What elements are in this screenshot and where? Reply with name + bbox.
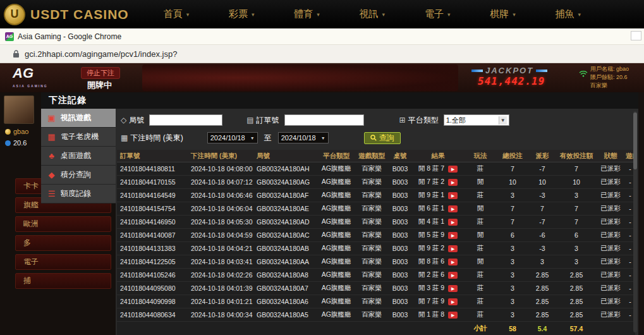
date-from-value: 2024/10/18 bbox=[210, 134, 245, 142]
sidebar-item[interactable]: ▦電子老虎機 bbox=[41, 128, 116, 147]
nav-item-3[interactable]: 體育▾ bbox=[294, 8, 320, 20]
cell-order: 241018044090998 bbox=[117, 295, 188, 308]
cell-round: GB00324A180AC bbox=[253, 229, 317, 242]
sum-bet: 58 bbox=[497, 322, 528, 335]
cell-game: 百家樂 bbox=[356, 282, 387, 295]
replay-icon[interactable]: ▶ bbox=[448, 219, 458, 226]
sidebar-item[interactable]: ▣視訊遊戲 bbox=[41, 109, 116, 128]
nav-item-2[interactable]: 彩票▾ bbox=[229, 8, 255, 20]
cell-time: 2024-10-18 04:05:30 bbox=[188, 216, 253, 229]
sidebar-item[interactable]: ♣桌面遊戲 bbox=[41, 147, 116, 166]
replay-icon[interactable]: ▶ bbox=[448, 245, 458, 252]
replay-icon[interactable]: ▶ bbox=[448, 232, 458, 239]
window-control-button[interactable] bbox=[631, 31, 641, 40]
lobby-banner bbox=[142, 64, 458, 91]
cell-bet: 3 bbox=[497, 282, 528, 295]
cell-valid: 2.85 bbox=[557, 295, 596, 308]
nav-item-label: 捕魚 bbox=[555, 8, 574, 20]
lobby-nav-item[interactable]: 多 bbox=[15, 235, 111, 251]
modal-scrollbar[interactable] bbox=[633, 111, 637, 332]
cell-time: 2024-10-18 04:01:21 bbox=[188, 295, 253, 308]
lock-icon bbox=[13, 50, 20, 58]
replay-icon[interactable]: ▶ bbox=[448, 192, 458, 199]
cell-round: GB00324A180AB bbox=[253, 242, 317, 255]
cell-bet: 3 bbox=[497, 255, 528, 269]
sidebar-item-label: 視訊遊戲 bbox=[61, 113, 91, 123]
round-input[interactable] bbox=[149, 114, 222, 126]
date-from-picker[interactable]: 2024/10/18 ▼ bbox=[207, 132, 258, 143]
sum-payout: 5.4 bbox=[528, 322, 557, 335]
avatar[interactable] bbox=[4, 95, 34, 124]
cell-payout: 10 bbox=[528, 176, 557, 189]
nav-item-label: 首頁 bbox=[164, 8, 183, 20]
cell-platform: AG旗艦廳 bbox=[317, 269, 356, 282]
status-badge: 已派彩 bbox=[596, 242, 625, 255]
cell-game: 百家樂 bbox=[356, 189, 387, 202]
chevron-down-icon: ▾ bbox=[578, 11, 581, 18]
to-label: 至 bbox=[264, 133, 272, 143]
slot-machine-icon: ▦ bbox=[47, 132, 56, 142]
cell-bet: 7 bbox=[497, 162, 528, 176]
sidebar-item-label: 桌面遊戲 bbox=[61, 150, 91, 161]
lobby-nav-item[interactable]: 捕 bbox=[15, 273, 111, 289]
replay-icon[interactable]: ▶ bbox=[448, 166, 458, 173]
cell-result: 閒 7 莊 9▶ bbox=[413, 295, 463, 308]
ag-favicon-icon: AG bbox=[5, 32, 14, 41]
cell-table: B003 bbox=[387, 216, 413, 229]
sum-empty bbox=[253, 322, 317, 335]
scrollbar-thumb[interactable] bbox=[633, 113, 637, 169]
replay-icon[interactable]: ▶ bbox=[448, 272, 458, 279]
cell-bet: 3 bbox=[497, 189, 528, 202]
replay-icon[interactable]: ▶ bbox=[448, 259, 458, 265]
cell-valid: 3 bbox=[557, 242, 596, 255]
cell-round: GB00324A180AF bbox=[253, 189, 317, 202]
column-header: 狀態 bbox=[596, 150, 625, 162]
replay-icon[interactable]: ▶ bbox=[448, 285, 458, 292]
nav-item-1[interactable]: 首頁▾ bbox=[164, 8, 190, 20]
user-info-line: 百家樂 bbox=[590, 82, 629, 90]
lobby-nav-item[interactable]: 歐洲 bbox=[15, 216, 111, 232]
nav-item-6[interactable]: 棋牌▾ bbox=[490, 8, 516, 20]
order-input[interactable] bbox=[284, 114, 364, 126]
cell-payout: -7 bbox=[528, 216, 557, 229]
address-bar[interactable]: gci.2hhapi.com/agingame/pcv1/index.jsp? bbox=[0, 45, 644, 63]
replay-icon[interactable]: ▶ bbox=[448, 312, 458, 319]
sidebar-item[interactable]: ☰額度記錄 bbox=[41, 185, 116, 204]
date-to-picker[interactable]: 2024/10/18 ▼ bbox=[278, 132, 329, 143]
status-badge: 已派彩 bbox=[596, 189, 625, 202]
cell-result: 閒 9 莊 1▶ bbox=[413, 189, 463, 202]
nav-item-4[interactable]: 視訊▾ bbox=[360, 8, 386, 20]
cell-order: 241018044140087 bbox=[117, 229, 188, 242]
nav-item-7[interactable]: 捕魚▾ bbox=[555, 8, 581, 20]
sidebar-item[interactable]: ◆積分查詢 bbox=[41, 166, 116, 185]
replay-icon[interactable]: ▶ bbox=[448, 205, 458, 212]
table-row: 2410180441469502024-10-18 04:05:30GB0032… bbox=[117, 216, 635, 229]
nav-item-5[interactable]: 電子▾ bbox=[425, 8, 451, 20]
status-badge: 已派彩 bbox=[596, 229, 625, 242]
status-badge: 已派彩 bbox=[596, 282, 625, 295]
column-header: 派彩 bbox=[528, 150, 557, 162]
sum-label: 小計 bbox=[463, 322, 497, 335]
cell-round: GB00324A180A6 bbox=[253, 295, 317, 308]
cell-platform: AG旗艦廳 bbox=[317, 242, 356, 255]
sum-empty bbox=[413, 322, 463, 335]
calendar-icon: ▦ bbox=[121, 133, 128, 142]
cell-time: 2024-10-18 04:07:12 bbox=[188, 176, 253, 189]
chevron-down-icon: ▾ bbox=[186, 11, 190, 18]
dealing-status: 開牌中 bbox=[87, 80, 112, 91]
casino-topbar: U USDT CASINO 首頁▾彩票▾體育▾視訊▾電子▾棋牌▾捕魚▾ bbox=[0, 0, 644, 28]
chevron-down-icon: ▾ bbox=[382, 11, 386, 18]
platform-select[interactable]: 1.全部 ▼ bbox=[444, 114, 509, 126]
nav-item-label: 體育 bbox=[294, 8, 313, 20]
replay-icon[interactable]: ▶ bbox=[448, 179, 458, 186]
bet-records-modal-header: 下注記錄 bbox=[41, 92, 638, 109]
lobby-nav-item[interactable]: 電子 bbox=[15, 254, 111, 270]
cell-play: 莊 bbox=[463, 189, 497, 202]
casino-logo[interactable]: U USDT CASINO bbox=[4, 4, 129, 25]
replay-icon[interactable]: ▶ bbox=[448, 298, 458, 305]
search-button[interactable]: 查詢 bbox=[364, 132, 401, 144]
game-header-strip: AGASIA GAMING 停止下注 開牌中 JACKPOT 541,442.1… bbox=[0, 63, 644, 92]
cell-table: B003 bbox=[387, 202, 413, 216]
table-row: 2410180441547542024-10-18 04:06:04GB0032… bbox=[117, 202, 635, 216]
cell-game: 百家樂 bbox=[356, 269, 387, 282]
